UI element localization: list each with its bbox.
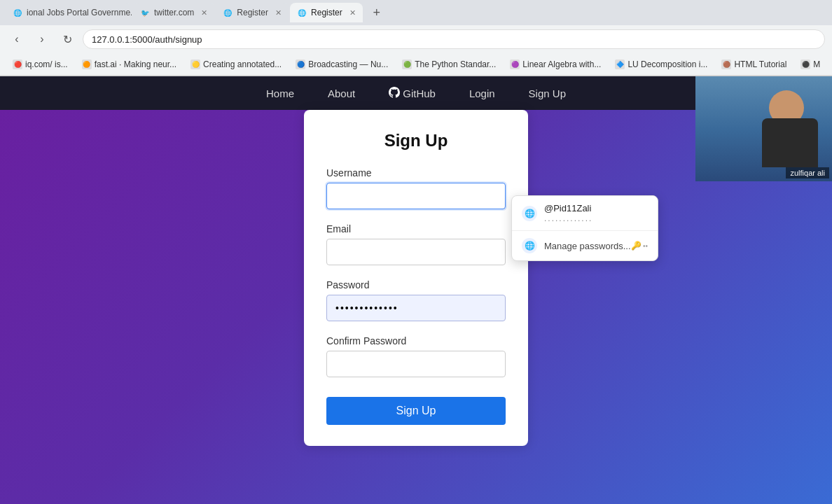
bookmark-favicon-python: 🟢 [402,59,412,69]
signup-form-card: Sign Up Username 🌐 @Pid11Zali ..........… [304,110,528,446]
bookmark-label-broadcasting: Broadcasting — Nu... [308,59,388,69]
autocomplete-password-dots: ............. [544,214,592,223]
tab-favicon-register2: 🌐 [297,8,307,18]
confirm-password-input[interactable] [326,351,506,377]
bookmark-label-python: The Python Standar... [415,59,496,69]
email-input[interactable] [326,239,506,265]
address-bar-row: ‹ › ↻ [0,25,832,53]
autocomplete-account-item[interactable]: 🌐 @Pid11Zali ............. [512,196,658,230]
bookmark-favicon-html: 🟤 [721,59,731,69]
tab-label-jobs: ional Jobs Portal Governme... [27,8,132,18]
nav-signup[interactable]: Sign Up [523,85,571,102]
tab-favicon-jobs: 🌐 [13,8,22,18]
nav-home[interactable]: Home [261,85,300,102]
key-icon: 🔑 [631,241,642,251]
address-input[interactable] [83,29,825,49]
bookmarks-bar: 🔴 iq.com/ is... 🟠 fast.ai · Making neur.… [0,53,832,76]
bookmark-m[interactable]: ⚫ M [795,57,826,71]
browser-chrome: 🌐 ional Jobs Portal Governme... ✕ 🐦 twit… [0,0,832,76]
person-body [762,118,818,167]
autocomplete-username: @Pid11Zali [544,203,592,214]
tab-close-twitter[interactable]: ✕ [201,8,207,18]
tab-label-twitter: twitter.com [154,8,194,18]
bookmark-fastai[interactable]: 🟠 fast.ai · Making neur... [76,57,182,71]
tab-label-register2: Register [311,8,342,18]
confirm-password-label: Confirm Password [326,335,506,346]
new-tab-button[interactable]: + [367,3,387,22]
main-content: Home About GitHub Login Sign Up Sign Up … [0,76,832,504]
tab-close-register1[interactable]: ✕ [275,8,282,18]
bookmark-favicon-m: ⚫ [800,59,810,69]
bookmark-label-html: HTML Tutorial [734,59,786,69]
bookmark-label-fastai: fast.ai · Making neur... [95,59,176,69]
bookmark-linalg[interactable]: 🟣 Linear Algebra with... [504,57,606,71]
username-input[interactable] [326,183,506,209]
bookmark-iq[interactable]: 🔴 iq.com/ is... [7,57,74,71]
tab-jobs[interactable]: 🌐 ional Jobs Portal Governme... ✕ [6,3,132,22]
autocomplete-dropdown: 🌐 @Pid11Zali ............. 🌐 Manage pass… [511,195,658,261]
page-background: Home About GitHub Login Sign Up Sign Up … [0,76,832,504]
username-group: Username 🌐 @Pid11Zali ............. [326,167,506,220]
manage-passwords-icon: 🌐 [522,238,537,253]
tab-register2[interactable]: 🌐 Register ✕ [290,3,363,22]
webcam-video [695,76,832,181]
bookmark-label-iq: iq.com/ is... [25,59,68,69]
confirm-password-group: Confirm Password [326,335,506,388]
password-group: Password [326,279,506,332]
signup-submit-button[interactable]: Sign Up [326,397,506,425]
manage-passwords-row[interactable]: 🌐 Manage passwords... 🔑 •• [512,231,658,260]
tab-twitter[interactable]: 🐦 twitter.com ✕ [133,3,214,22]
manage-passwords-label: Manage passwords... [544,241,631,251]
back-button[interactable]: ‹ [7,29,27,49]
bookmark-lu[interactable]: 🔷 LU Decomposition i... [609,57,713,71]
key-dots: •• [643,242,648,250]
key-icon-badge: 🔑 •• [631,241,648,251]
reload-button[interactable]: ↻ [57,29,77,49]
bookmark-label-annotated: Creating annotated... [203,59,282,69]
tab-label-register1: Register [237,8,268,18]
bookmark-favicon-fastai: 🟠 [82,59,92,69]
form-title: Sign Up [326,131,506,150]
bookmark-label-linalg: Linear Algebra with... [522,59,601,69]
nav-github-label: GitHub [403,88,436,99]
tab-favicon-register1: 🌐 [223,8,233,18]
password-input[interactable] [326,295,506,321]
autocomplete-account-info: @Pid11Zali ............. [544,203,592,223]
tab-close-register2[interactable]: ✕ [349,8,356,18]
nav-about[interactable]: About [322,85,361,102]
forward-button[interactable]: › [32,29,52,49]
bookmark-favicon-broadcasting: 🔵 [296,59,305,69]
username-label: Username [326,167,506,178]
bookmark-label-lu: LU Decomposition i... [628,59,707,69]
manage-passwords-left: 🌐 Manage passwords... [522,238,631,253]
tab-favicon-twitter: 🐦 [140,8,150,18]
bookmark-label-m: M [813,59,820,69]
bookmark-favicon-linalg: 🟣 [510,59,520,69]
tab-register1[interactable]: 🌐 Register ✕ [216,3,289,22]
bookmark-favicon-iq: 🔴 [13,59,22,69]
nav-login[interactable]: Login [464,85,501,102]
bookmark-html[interactable]: 🟤 HTML Tutorial [716,57,792,71]
webcam-name-tag: zulfiqar ali [786,167,829,178]
email-label: Email [326,223,506,234]
bookmark-favicon-annotated: 🟡 [190,59,200,69]
nav-github[interactable]: GitHub [383,84,441,103]
bookmark-annotated[interactable]: 🟡 Creating annotated... [185,57,287,71]
autocomplete-globe-icon: 🌐 [522,206,537,221]
bookmark-python[interactable]: 🟢 The Python Standar... [396,57,501,71]
password-label: Password [326,279,506,290]
bookmark-broadcasting[interactable]: 🔵 Broadcasting — Nu... [290,57,394,71]
webcam-overlay: zulfiqar ali [695,76,832,181]
email-group: Email [326,223,506,276]
github-icon [389,87,400,100]
bookmark-favicon-lu: 🔷 [615,59,625,69]
tab-bar: 🌐 ional Jobs Portal Governme... ✕ 🐦 twit… [0,0,832,25]
